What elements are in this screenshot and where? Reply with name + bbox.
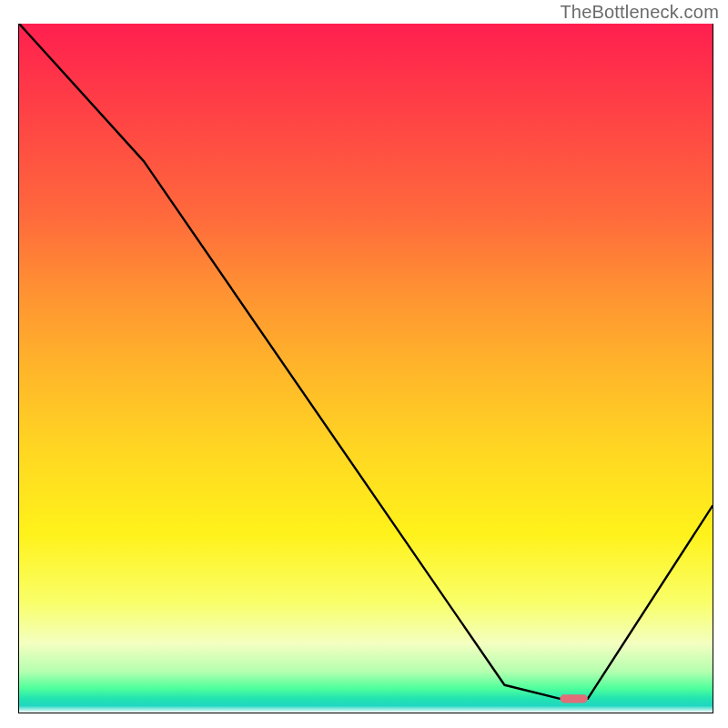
chart-area bbox=[18, 24, 713, 713]
optimal-marker bbox=[560, 694, 587, 703]
chart-svg bbox=[19, 24, 713, 713]
bottleneck-curve bbox=[19, 24, 713, 699]
watermark-text: TheBottleneck.com bbox=[560, 2, 719, 23]
